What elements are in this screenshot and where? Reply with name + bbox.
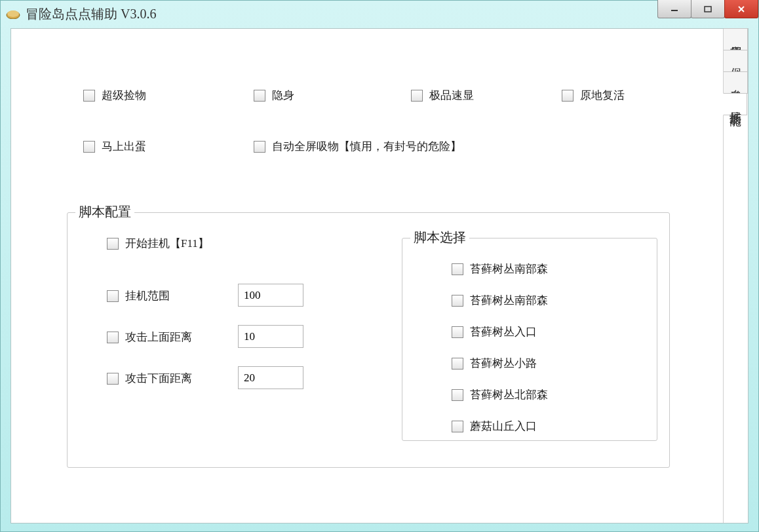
checkbox-icon [83, 141, 95, 153]
checkbox-egg-now[interactable]: 马上出蛋 [83, 139, 146, 154]
checkbox-icon [411, 90, 423, 102]
checkbox-label: 原地复活 [580, 88, 625, 103]
fieldset-script-select: 脚本选择 苔藓树丛南部森 苔藓树丛南部森 苔藓树丛入口 [402, 238, 657, 441]
row-atk-up: 攻击上面距离 [107, 330, 192, 345]
checkbox-script-6[interactable]: 蘑菇山丘入口 [452, 419, 537, 434]
checkbox-label: 隐身 [272, 88, 294, 103]
label-afk-range: 挂机范围 [125, 288, 170, 303]
maximize-button[interactable] [691, 0, 725, 18]
checkbox-icon [452, 421, 463, 432]
minimize-button[interactable] [657, 0, 691, 18]
checkbox-revive-inplace[interactable]: 原地复活 [562, 88, 625, 103]
checkbox-label: 苔藓树丛南部森 [470, 261, 548, 276]
checkbox-invisibility[interactable]: 隐身 [254, 88, 294, 103]
checkbox-script-4[interactable]: 苔藓树丛小路 [452, 356, 537, 371]
checkbox-script-1[interactable]: 苔藓树丛南部森 [452, 261, 548, 276]
checkbox-icon [254, 141, 265, 153]
side-tabs: 常用功能 保护按键 自动攻击 扩展功能 [723, 29, 748, 523]
checkbox-icon [452, 358, 463, 370]
label-atk-up: 攻击上面距离 [125, 330, 192, 345]
legend-script-config: 脚本配置 [75, 203, 134, 221]
app-icon [6, 9, 20, 19]
window-controls [658, 0, 758, 18]
checkbox-icon [83, 90, 95, 102]
svg-point-1 [7, 10, 19, 17]
checkbox-icon [452, 263, 463, 275]
checkbox-label: 苔藓树丛北部森 [470, 387, 548, 402]
checkbox-script-3[interactable]: 苔藓树丛入口 [452, 324, 537, 339]
close-button[interactable] [724, 0, 758, 18]
legend-script-select: 脚本选择 [410, 229, 469, 246]
checkbox-quality-show[interactable]: 极品速显 [411, 88, 474, 103]
tab-protect-keys[interactable]: 保护按键 [724, 50, 748, 72]
client-area: 超级捡物 隐身 极品速显 原地复活 马上出蛋 自动全屏吸物【慎用，有封号的 [11, 29, 723, 523]
checkbox-script-5[interactable]: 苔藓树丛北部森 [452, 387, 548, 402]
checkbox-start-afk[interactable]: 开始挂机【F11】 [107, 236, 209, 251]
checkbox-script-2[interactable]: 苔藓树丛南部森 [452, 293, 548, 308]
checkbox-label: 蘑菇山丘入口 [470, 419, 537, 434]
input-atk-down[interactable] [238, 366, 303, 389]
checkbox-label: 苔藓树丛小路 [470, 356, 537, 371]
checkbox-icon [254, 90, 265, 102]
checkbox-label: 自动全屏吸物【慎用，有封号的危险】 [272, 139, 461, 154]
checkbox-icon [562, 90, 574, 102]
row-atk-down: 攻击下面距离 [107, 371, 192, 386]
input-afk-range[interactable] [238, 284, 303, 307]
tab-common[interactable]: 常用功能 [724, 28, 748, 50]
checkbox-label: 苔藓树丛南部森 [470, 293, 548, 308]
checkbox-icon [452, 326, 463, 338]
checkbox-icon[interactable] [107, 332, 119, 343]
checkbox-label: 马上出蛋 [102, 139, 146, 154]
client-wrap: 超级捡物 隐身 极品速显 原地复活 马上出蛋 自动全屏吸物【慎用，有封号的 [10, 28, 749, 523]
input-atk-up[interactable] [238, 325, 303, 348]
checkbox-fullscreen-suck[interactable]: 自动全屏吸物【慎用，有封号的危险】 [254, 139, 461, 154]
fieldset-script-config: 脚本配置 开始挂机【F11】 挂机范围 攻击上面距离 攻击下面 [67, 212, 670, 468]
checkbox-super-pickup[interactable]: 超级捡物 [83, 88, 146, 103]
titlebar: 冒险岛点点辅助 V3.0.6 [1, 1, 758, 27]
app-title: 冒险岛点点辅助 V3.0.6 [26, 5, 156, 23]
checkbox-label: 超级捡物 [102, 88, 146, 103]
checkbox-label: 苔藓树丛入口 [470, 324, 537, 339]
row-afk-range: 挂机范围 [107, 288, 170, 303]
checkbox-icon [107, 238, 119, 250]
checkbox-icon [452, 295, 463, 307]
checkbox-label: 极品速显 [429, 88, 474, 103]
app-window: 冒险岛点点辅助 V3.0.6 超级捡物 隐身 [0, 0, 759, 532]
checkbox-icon[interactable] [107, 290, 119, 302]
checkbox-label: 开始挂机【F11】 [125, 236, 209, 251]
label-atk-down: 攻击下面距离 [125, 371, 192, 386]
tab-expand[interactable]: 扩展功能 [723, 93, 747, 115]
svg-rect-3 [705, 7, 711, 12]
tab-auto-attack[interactable]: 自动攻击 [724, 71, 748, 94]
checkbox-icon[interactable] [107, 373, 119, 385]
checkbox-icon [452, 389, 463, 401]
